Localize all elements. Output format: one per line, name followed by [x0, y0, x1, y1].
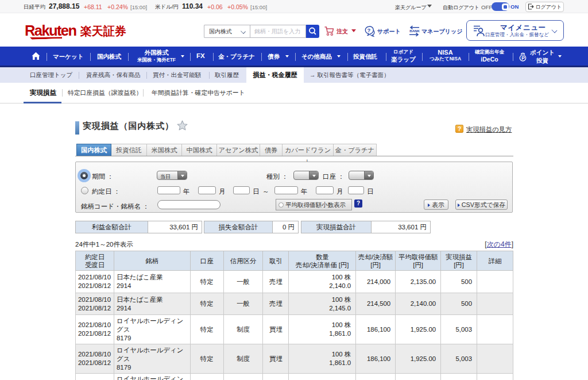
svg-text:BANK: BANK	[409, 29, 420, 33]
svg-text:?: ?	[368, 27, 371, 33]
svg-text:P: P	[521, 55, 525, 61]
